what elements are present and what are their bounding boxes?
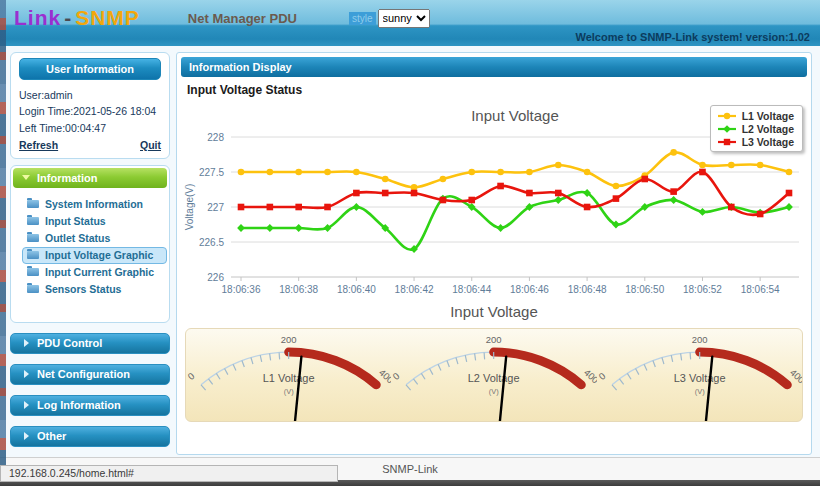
folder-icon (27, 200, 39, 208)
folder-icon (27, 268, 39, 276)
menu-item-label: Input Current Graphic (45, 266, 154, 278)
gauge-panel: 0200400L1 Voltage(V) 0200400L2 Voltage(V… (185, 328, 803, 422)
expand-arrow-icon (24, 370, 29, 378)
quit-link[interactable]: Quit (140, 139, 161, 151)
svg-text:18:06:44: 18:06:44 (452, 284, 491, 295)
svg-text:227.5: 227.5 (199, 167, 224, 178)
svg-text:(V): (V) (284, 387, 294, 396)
line-chart-area: Input Voltage226226.5227227.5228Voltage(… (177, 101, 811, 301)
collapse-arrow-icon (22, 175, 30, 180)
gauge-l3-voltage: 0200400L3 Voltage(V) (597, 329, 802, 422)
section-bar-label: Net Configuration (37, 368, 130, 380)
gauge-section-title: Input Voltage (177, 303, 811, 320)
user-info-header: User Information (19, 58, 161, 80)
svg-text:18:06:48: 18:06:48 (568, 284, 607, 295)
information-menu-title: Information (37, 172, 98, 184)
svg-text:226: 226 (207, 272, 224, 283)
svg-text:0: 0 (597, 370, 607, 382)
user-info-panel: User Information User:admin Login Time:2… (10, 52, 170, 159)
expand-arrow-icon (24, 339, 29, 347)
menu-item-label: Outlet Status (45, 232, 110, 244)
svg-text:18:06:42: 18:06:42 (395, 284, 434, 295)
svg-text:0: 0 (391, 370, 401, 382)
svg-text:200: 200 (281, 334, 297, 345)
information-display-bar: Information Display (181, 57, 807, 77)
section-bar-pdu-control[interactable]: PDU Control (10, 333, 170, 354)
svg-text:18:06:38: 18:06:38 (279, 284, 318, 295)
main-panel: Information Display Input Voltage Status… (176, 52, 812, 455)
sidebar: User Information User:admin Login Time:2… (10, 52, 170, 447)
logo-link-text: Link (14, 6, 61, 29)
svg-text:200: 200 (691, 334, 707, 345)
svg-text:18:06:54: 18:06:54 (741, 284, 780, 295)
svg-text:(V): (V) (489, 387, 499, 396)
user-line: User:admin (19, 87, 161, 103)
legend-item-l1-voltage[interactable]: L1 Voltage (717, 109, 794, 122)
chart-legend: L1 Voltage L2 Voltage L3 Voltage (710, 105, 803, 152)
information-menu-panel: Information System Information Input Sta… (10, 165, 170, 323)
folder-icon (27, 217, 39, 225)
legend-item-l3-voltage[interactable]: L3 Voltage (717, 135, 794, 148)
welcome-text: Welcome to SNMP-Link system! version:1.0… (575, 31, 810, 43)
information-menu-header[interactable]: Information (13, 168, 167, 188)
left-time-line: Left Time:00:04:47 (19, 120, 161, 136)
legend-label: L2 Voltage (742, 123, 794, 135)
menu-item-label: System Information (45, 198, 143, 210)
menu-item-sensors-status[interactable]: Sensors Status (22, 281, 167, 298)
menu-item-input-voltage-graphic[interactable]: Input Voltage Graphic (22, 247, 167, 264)
svg-text:0: 0 (186, 370, 196, 382)
svg-text:228: 228 (207, 132, 224, 143)
svg-text:L1 Voltage: L1 Voltage (263, 372, 315, 384)
legend-item-l2-voltage[interactable]: L2 Voltage (717, 122, 794, 135)
gauge-l1-voltage: 0200400L1 Voltage(V) (186, 329, 391, 422)
page-title: Input Voltage Status (187, 83, 811, 97)
window-edge-strip (0, 0, 6, 480)
footer-text: SNMP-Link (382, 463, 438, 475)
section-bar-label: PDU Control (37, 337, 102, 349)
section-bar-net-configuration[interactable]: Net Configuration (10, 364, 170, 385)
menu-item-input-current-graphic[interactable]: Input Current Graphic (22, 264, 167, 281)
browser-status-tooltip: 192.168.0.245/home.html# (0, 465, 338, 482)
menu-item-outlet-status[interactable]: Outlet Status (22, 230, 167, 247)
section-bar-label: Log Information (37, 399, 121, 411)
login-time-line: Login Time:2021-05-26 18:04 (19, 103, 161, 119)
menu-item-label: Input Voltage Graphic (45, 249, 153, 261)
page: Link-SNMP Net Manager PDU style sunny We… (0, 0, 820, 486)
menu-item-system-information[interactable]: System Information (22, 196, 167, 213)
section-bar-log-information[interactable]: Log Information (10, 395, 170, 416)
svg-text:18:06:52: 18:06:52 (683, 284, 722, 295)
svg-text:18:06:36: 18:06:36 (222, 284, 261, 295)
logo-separator: - (61, 6, 75, 29)
header: Link-SNMP Net Manager PDU style sunny We… (0, 0, 820, 46)
menu-item-input-status[interactable]: Input Status (22, 213, 167, 230)
svg-text:Voltage(V): Voltage(V) (184, 184, 195, 231)
svg-text:200: 200 (486, 334, 502, 345)
menu-item-label: Input Status (45, 215, 106, 227)
svg-text:227: 227 (207, 202, 224, 213)
svg-text:18:06:50: 18:06:50 (625, 284, 664, 295)
section-bar-label: Other (37, 430, 66, 442)
folder-icon (27, 251, 39, 259)
refresh-link[interactable]: Refresh (19, 139, 58, 151)
legend-marker-icon (717, 124, 737, 134)
app-title: Net Manager PDU (188, 11, 297, 26)
svg-text:18:06:46: 18:06:46 (510, 284, 549, 295)
expand-arrow-icon (24, 432, 29, 440)
legend-label: L1 Voltage (742, 110, 794, 122)
svg-text:(V): (V) (694, 387, 704, 396)
folder-icon (27, 285, 39, 293)
logo-snmp-text: SNMP (75, 6, 140, 29)
style-select[interactable]: sunny (378, 9, 430, 28)
svg-text:226.5: 226.5 (199, 237, 224, 248)
legend-marker-icon (717, 137, 737, 147)
expand-arrow-icon (24, 401, 29, 409)
menu-item-label: Sensors Status (45, 283, 121, 295)
svg-text:L2 Voltage: L2 Voltage (468, 372, 520, 384)
svg-text:Input Voltage: Input Voltage (471, 107, 559, 124)
folder-icon (27, 234, 39, 242)
legend-label: L3 Voltage (742, 136, 794, 148)
gauge-l2-voltage: 0200400L2 Voltage(V) (391, 329, 596, 422)
style-label: style (349, 12, 376, 25)
section-bar-other[interactable]: Other (10, 426, 170, 447)
legend-marker-icon (717, 111, 737, 121)
